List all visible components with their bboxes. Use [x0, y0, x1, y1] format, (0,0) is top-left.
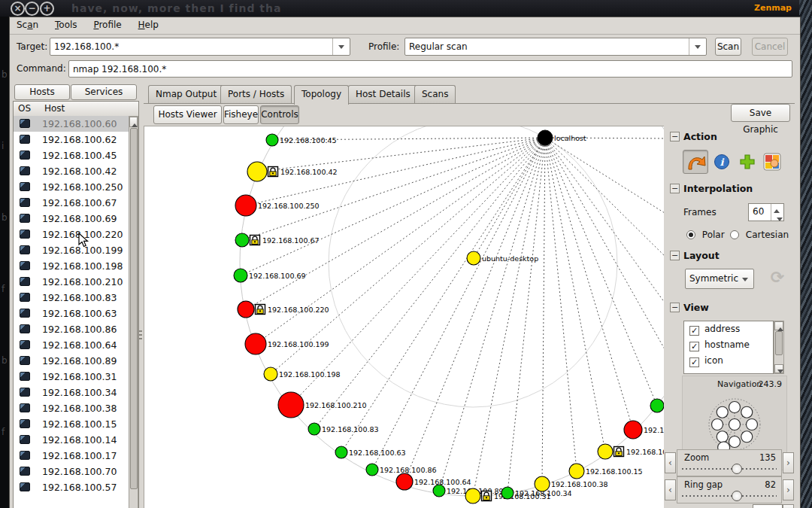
host-node[interactable]	[467, 251, 480, 265]
target-dropdown-icon[interactable]	[332, 38, 350, 55]
host-node[interactable]	[569, 464, 584, 479]
layout-combobox[interactable]: Symmetric	[685, 269, 754, 289]
lower-ring-gap-up-icon[interactable]	[783, 504, 794, 508]
host-node[interactable]	[396, 473, 413, 490]
fisheye-button[interactable]: Fisheye	[223, 105, 259, 124]
window-maximize-button[interactable]: +	[40, 2, 54, 16]
host-row[interactable]: 192.168.100.45	[14, 148, 129, 163]
ring-gap-increase-button[interactable]: ›	[783, 479, 794, 500]
scroll-down-icon[interactable]	[774, 364, 783, 373]
host-row[interactable]: 192.168.100.86	[14, 321, 129, 337]
layout-dropdown-icon[interactable]	[737, 269, 753, 288]
host-node[interactable]	[598, 444, 613, 459]
menu-help[interactable]: Help	[132, 17, 165, 32]
view-option-hostname[interactable]: ✓hostname	[684, 337, 773, 353]
save-graphic-button[interactable]: Save Graphic	[731, 104, 790, 122]
frames-spinner[interactable]: 60	[748, 203, 784, 221]
zoom-increase-button[interactable]: ›	[783, 452, 794, 473]
host-column-header[interactable]: Host	[44, 103, 65, 114]
host-node[interactable]	[245, 333, 266, 354]
spinner-arrows-icon[interactable]	[771, 204, 783, 221]
host-node[interactable]	[535, 476, 550, 491]
zoom-thumb[interactable]	[732, 464, 742, 474]
tab-scans[interactable]: Scans	[414, 85, 456, 103]
lower-ring-gap-spinner[interactable]: 21	[753, 504, 783, 508]
host-node[interactable]	[650, 399, 664, 412]
collapse-action-icon[interactable]: −	[670, 132, 680, 141]
profile-combobox[interactable]: Regular scan	[404, 38, 707, 56]
target-input[interactable]: 192.168.100.*	[50, 38, 350, 56]
group-add-button[interactable]	[739, 154, 756, 170]
ring-gap-thumb[interactable]	[732, 491, 742, 501]
host-node[interactable]	[335, 446, 347, 458]
view-option-address[interactable]: ✓address	[684, 321, 773, 337]
host-row[interactable]: 192.168.100.34	[14, 385, 129, 400]
host-row[interactable]: 192.168.100.63	[14, 306, 129, 321]
host-row[interactable]: 192.168.100.198	[14, 258, 129, 274]
scroll-up-icon[interactable]	[774, 321, 783, 330]
ring-gap-decrease-button[interactable]: ‹	[665, 479, 676, 500]
info-button[interactable]: i	[714, 154, 730, 170]
host-row[interactable]: 192.168.100.64	[14, 337, 129, 353]
host-row[interactable]: 192.168.100.83	[14, 290, 129, 306]
change-focus-button[interactable]	[683, 150, 708, 174]
host-node[interactable]	[234, 269, 247, 282]
os-column-header[interactable]: OS	[18, 103, 31, 114]
tab-nmap-output[interactable]: Nmap Output	[148, 85, 224, 103]
host-row[interactable]: 192.168.100.38	[14, 400, 129, 416]
scan-button[interactable]: Scan	[715, 38, 741, 56]
topology-canvas[interactable]: ubuntu-desktop192.168.100.45192.168.100.…	[144, 126, 664, 508]
host-row[interactable]: 192.168.100.60	[14, 116, 129, 132]
menu-scan[interactable]: Scan	[10, 17, 45, 32]
host-row[interactable]: 192.168.100.42	[14, 163, 129, 179]
zoom-decrease-button[interactable]: ‹	[665, 452, 676, 473]
host-node[interactable]	[624, 421, 642, 439]
host-node[interactable]	[366, 464, 378, 476]
host-node[interactable]	[308, 423, 320, 435]
pane-splitter[interactable]	[138, 81, 144, 508]
view-option-icon[interactable]: ✓icon	[684, 353, 773, 369]
checkbox-icon[interactable]: ✓	[689, 357, 699, 367]
host-node[interactable]	[501, 487, 514, 499]
host-row[interactable]: 192.168.100.199	[14, 242, 129, 258]
zoom-slider[interactable]: Zoom 135	[677, 449, 782, 476]
hosts-toggle-button[interactable]: Hosts	[14, 84, 70, 100]
tab-host-details[interactable]: Host Details	[348, 85, 418, 103]
host-node[interactable]	[465, 488, 480, 503]
window-close-button[interactable]: ×	[11, 2, 25, 16]
host-node[interactable]	[266, 134, 278, 146]
checkbox-icon[interactable]: ✓	[689, 342, 699, 351]
checkbox-icon[interactable]: ✓	[689, 326, 699, 336]
host-row[interactable]: 192.168.100.14	[14, 432, 129, 448]
host-row[interactable]: 192.168.100.220	[14, 227, 129, 242]
services-toggle-button[interactable]: Services	[71, 84, 137, 100]
host-node[interactable]	[433, 485, 445, 497]
host-row[interactable]: 192.168.100.210	[14, 274, 129, 290]
menu-profile[interactable]: Profile	[86, 17, 128, 32]
polar-radio[interactable]: Polar	[686, 230, 725, 240]
window-minimize-button[interactable]: −	[25, 2, 39, 16]
view-list-scrollbar[interactable]	[774, 321, 784, 374]
host-row[interactable]: 192.168.100.70	[14, 464, 129, 479]
localhost-node[interactable]	[538, 130, 553, 145]
host-node[interactable]	[235, 195, 256, 216]
host-row[interactable]: 192.168.100.62	[14, 132, 129, 148]
host-node[interactable]	[278, 392, 304, 418]
collapse-layout-icon[interactable]: −	[670, 251, 680, 260]
host-row[interactable]: 192.168.100.69	[14, 211, 129, 227]
host-row[interactable]: 192.168.100.89	[14, 353, 129, 369]
cartesian-radio[interactable]: Cartesian	[730, 230, 789, 240]
tab-ports-hosts[interactable]: Ports / Hosts	[220, 85, 292, 103]
tab-topology[interactable]: Topology	[294, 85, 349, 105]
host-list-scroll-thumb[interactable]	[130, 128, 138, 489]
view-scroll-thumb[interactable]	[775, 331, 783, 355]
menu-tools[interactable]: Tools	[48, 17, 84, 32]
host-row[interactable]: 192.168.100.250	[14, 179, 129, 195]
collapse-view-icon[interactable]: −	[670, 303, 680, 312]
collapse-interpolation-icon[interactable]: −	[670, 184, 680, 193]
profile-dropdown-icon[interactable]	[689, 38, 706, 55]
host-node[interactable]	[238, 301, 254, 318]
host-row[interactable]: 192.168.100.17	[14, 448, 129, 464]
controls-button[interactable]: Controls	[260, 105, 299, 124]
host-row[interactable]: 192.168.100.67	[14, 195, 129, 211]
